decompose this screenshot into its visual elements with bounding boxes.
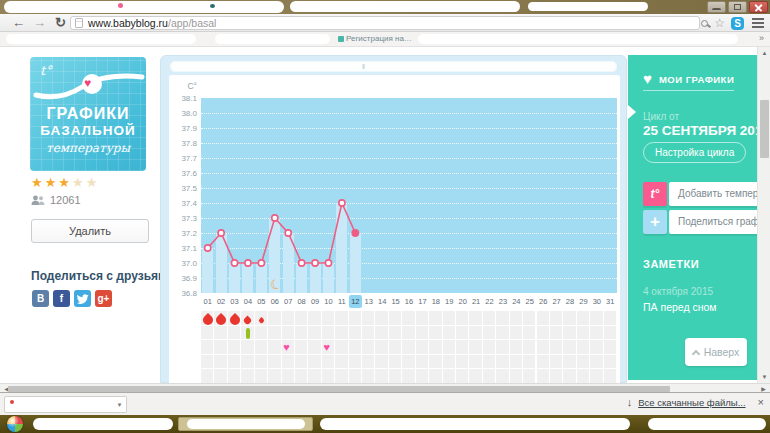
bookmark-star-icon[interactable]: ☆ [714, 16, 725, 30]
downloads-bar: ▾ ↓ Все скачанные файлы... × [0, 392, 770, 415]
day-label[interactable]: 08 [295, 295, 308, 308]
menstruation-droplet-icon[interactable] [258, 316, 265, 323]
vertical-scrollbar[interactable]: ▲ ▼ [757, 47, 770, 383]
day-label[interactable]: 19 [443, 295, 456, 308]
browser-toolbar: ← → ↻ www.babyblog.ru/app/basal ☆ S [0, 14, 770, 32]
day-label[interactable]: 20 [456, 295, 469, 308]
data-point[interactable] [352, 230, 358, 236]
back-to-top-button[interactable]: Наверх [685, 338, 747, 366]
search-icon[interactable] [701, 20, 708, 27]
data-point[interactable] [339, 200, 345, 206]
plot-area[interactable]: ☾ [201, 98, 617, 293]
day-label[interactable]: 26 [536, 295, 549, 308]
show-all-downloads-link[interactable]: Все скачанные файлы... [638, 397, 745, 408]
event-grid[interactable]: ♥♥ [201, 311, 617, 383]
download-caret-icon[interactable]: ▾ [113, 396, 127, 413]
minimize-button[interactable] [707, 1, 726, 13]
day-label[interactable]: 24 [510, 295, 523, 308]
scroll-down-icon[interactable]: ▼ [758, 374, 770, 380]
data-point[interactable] [325, 260, 331, 266]
blur-blob [418, 34, 738, 44]
day-label[interactable]: 02 [214, 295, 227, 308]
maximize-button[interactable] [728, 1, 747, 13]
close-button[interactable] [749, 1, 768, 13]
menu-icon[interactable] [752, 22, 764, 24]
day-label[interactable]: 01 [201, 295, 214, 308]
scroll-right-icon[interactable]: ▶ [757, 385, 770, 392]
day-label[interactable]: 14 [375, 295, 388, 308]
data-point[interactable] [299, 260, 305, 266]
googleplus-icon[interactable]: g+ [95, 290, 112, 307]
menstruation-droplet-icon[interactable] [243, 315, 253, 325]
taskbar-item[interactable] [178, 417, 313, 431]
day-label[interactable]: 07 [282, 295, 295, 308]
start-button[interactable] [7, 416, 23, 432]
star-filled-icon[interactable]: ★ [58, 175, 72, 190]
slider-handle-icon[interactable]: ‖ [362, 63, 369, 70]
day-label[interactable]: 03 [228, 295, 241, 308]
day-label[interactable]: 29 [577, 295, 590, 308]
day-label[interactable]: 10 [322, 295, 335, 308]
day-label[interactable]: 21 [469, 295, 482, 308]
menstruation-droplet-icon[interactable] [214, 313, 228, 327]
data-point[interactable] [312, 260, 318, 266]
day-label[interactable]: 04 [241, 295, 254, 308]
day-label[interactable]: 31 [604, 295, 617, 308]
day-label[interactable]: 13 [362, 295, 375, 308]
delete-button[interactable]: Удалить [31, 219, 149, 243]
day-label[interactable]: 25 [523, 295, 536, 308]
intercourse-heart-icon[interactable]: ♥ [283, 342, 290, 353]
day-label[interactable]: 23 [496, 295, 509, 308]
medication-icon[interactable] [246, 328, 250, 339]
data-point[interactable] [218, 230, 224, 236]
star-filled-icon[interactable]: ★ [45, 175, 59, 190]
download-item[interactable] [4, 396, 114, 413]
cycle-settings-button[interactable]: Настройка цикла [643, 142, 746, 163]
data-point[interactable] [258, 260, 264, 266]
bookmark-item[interactable]: Регистрация на… [346, 34, 412, 43]
horizontal-scrollbar[interactable]: ◀ ▶ [0, 383, 770, 392]
data-point[interactable] [205, 245, 211, 251]
day-label[interactable]: 06 [268, 295, 281, 308]
data-point[interactable] [285, 230, 291, 236]
menstruation-droplet-icon[interactable] [201, 313, 215, 327]
day-label[interactable]: 09 [308, 295, 321, 308]
horizontal-scroll-thumb[interactable] [8, 386, 670, 392]
bookmarks-overflow-chevron[interactable]: » [759, 33, 764, 43]
day-label[interactable]: 11 [335, 295, 348, 308]
scroll-up-icon[interactable]: ▲ [758, 50, 770, 56]
data-point[interactable] [272, 215, 278, 221]
intercourse-heart-icon[interactable]: ♥ [323, 342, 330, 353]
day-label[interactable]: 18 [429, 295, 442, 308]
data-point[interactable] [245, 260, 251, 266]
share-chart-button[interactable]: + Поделиться графиком [643, 210, 757, 234]
reload-icon[interactable]: ↻ [55, 14, 66, 32]
day-label[interactable]: 17 [416, 295, 429, 308]
star-empty-icon[interactable]: ★ [86, 175, 100, 190]
my-charts-header[interactable]: ♥ МОИ ГРАФИКИ [643, 72, 734, 91]
vk-icon[interactable]: В [32, 290, 49, 307]
day-label[interactable]: 28 [563, 295, 576, 308]
downloads-close-icon[interactable]: × [758, 396, 764, 408]
day-label[interactable]: 30 [590, 295, 603, 308]
day-label[interactable]: 12 [349, 295, 362, 308]
address-bar[interactable]: www.babyblog.ru/app/basal [70, 16, 700, 30]
forward-icon[interactable]: → [33, 14, 46, 32]
day-label[interactable]: 15 [389, 295, 402, 308]
day-label[interactable]: 05 [255, 295, 268, 308]
chart-range-slider[interactable]: ‖ [170, 61, 617, 72]
rating-stars[interactable]: ★★★★★ [31, 175, 99, 190]
facebook-icon[interactable]: f [53, 290, 70, 307]
star-filled-icon[interactable]: ★ [31, 175, 45, 190]
skype-extension-icon[interactable]: S [731, 17, 744, 30]
menstruation-droplet-icon[interactable] [227, 313, 241, 327]
day-label[interactable]: 22 [483, 295, 496, 308]
back-icon[interactable]: ← [12, 14, 25, 32]
star-empty-icon[interactable]: ★ [72, 175, 86, 190]
day-label[interactable]: 16 [402, 295, 415, 308]
twitter-icon[interactable] [74, 290, 91, 307]
data-point[interactable] [231, 260, 237, 266]
vertical-scroll-thumb[interactable] [760, 100, 769, 158]
day-label[interactable]: 27 [550, 295, 563, 308]
add-temperature-button[interactable]: t° Добавить температуру [643, 182, 757, 206]
